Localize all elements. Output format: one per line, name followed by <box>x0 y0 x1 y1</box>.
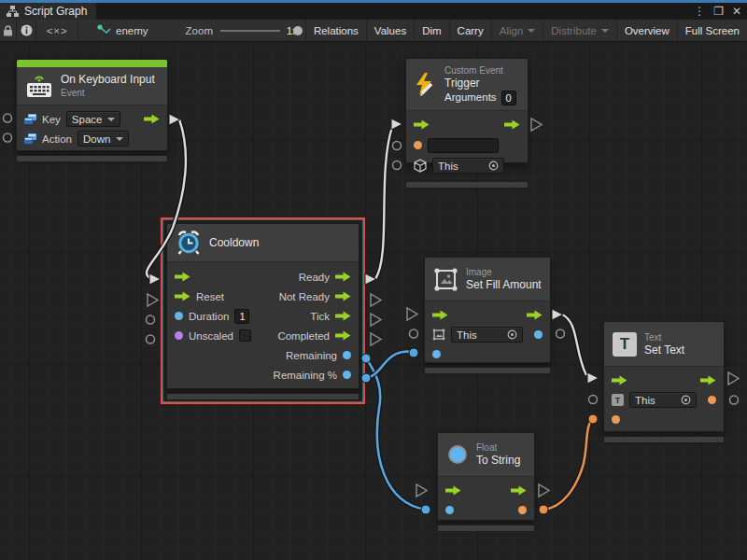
value-port-empty[interactable] <box>557 329 565 338</box>
graph-canvas[interactable]: On Keyboard Input Event Key Space <box>0 42 747 560</box>
arguments-row: Arguments 0 <box>444 91 516 105</box>
value-port-empty[interactable] <box>147 315 155 324</box>
node-title: Set Fill Amount <box>466 278 542 292</box>
value-port-empty[interactable] <box>4 114 12 122</box>
flow-port-empty[interactable] <box>148 294 158 306</box>
fullscreen-button[interactable]: Full Screen <box>677 20 747 41</box>
image-out-port[interactable] <box>534 330 543 339</box>
flow-out-port[interactable] <box>700 375 716 385</box>
flow-port-empty[interactable] <box>407 308 417 320</box>
flow-out-port[interactable] <box>335 311 351 321</box>
target-dropdown[interactable]: This <box>432 158 504 174</box>
flow-in-port[interactable] <box>175 291 190 301</box>
float-port[interactable] <box>445 506 454 514</box>
lock-button[interactable] <box>0 20 17 41</box>
flow-in-port[interactable] <box>175 272 190 282</box>
value-port-empty[interactable] <box>410 329 418 338</box>
object-picker-icon <box>488 161 499 171</box>
wire-endpoint[interactable] <box>421 505 430 514</box>
dim-button[interactable]: Dim <box>414 20 448 41</box>
value-port-empty[interactable] <box>393 142 402 150</box>
flow-port-empty[interactable] <box>371 333 381 345</box>
code-preview-toggle[interactable]: <×> <box>36 20 78 41</box>
string-port[interactable] <box>414 141 422 149</box>
duration-field[interactable]: 1 <box>234 309 249 324</box>
node-trigger-custom-event[interactable]: Custom Event Trigger Arguments 0 <box>405 58 529 163</box>
maximize-icon[interactable]: ❐ <box>713 5 724 18</box>
flow-in-port[interactable] <box>414 119 430 130</box>
text-out-port[interactable] <box>708 396 716 404</box>
tab-title: Script Graph <box>24 5 87 18</box>
node-body: This <box>425 301 550 364</box>
float-port[interactable] <box>343 371 351 379</box>
flow-dest-arrow[interactable] <box>587 372 599 384</box>
action-dropdown[interactable]: Down <box>78 131 129 147</box>
row-unscaled-completed: Unscaled Completed <box>167 326 359 345</box>
distribute-button[interactable]: Distribute <box>543 20 616 41</box>
key-dropdown[interactable]: Space <box>66 111 121 127</box>
carry-button[interactable]: Carry <box>449 20 491 41</box>
node-set-text[interactable]: T Text Set Text T This <box>603 321 725 432</box>
flow-out-port[interactable] <box>504 119 520 130</box>
values-button[interactable]: Values <box>366 20 414 41</box>
string-port[interactable] <box>612 415 620 424</box>
flow-source-arrow[interactable] <box>169 114 180 125</box>
node-on-keyboard-input[interactable]: On Keyboard Input Event Key Space <box>16 59 168 151</box>
unscaled-checkbox[interactable] <box>239 329 251 342</box>
zoom-slider[interactable] <box>220 25 280 36</box>
wire-endpoint[interactable] <box>409 348 418 357</box>
flow-out-port[interactable] <box>335 272 351 282</box>
flow-out-port[interactable] <box>335 291 351 301</box>
flow-port-empty[interactable] <box>539 484 549 497</box>
flow-port-empty[interactable] <box>416 484 427 497</box>
tab-script-graph[interactable]: Script Graph <box>0 3 96 20</box>
align-button[interactable]: Align <box>491 20 543 41</box>
wire-ready-to-trigger <box>375 127 392 279</box>
graph-reference[interactable]: enemy <box>97 24 148 36</box>
node-body: This <box>406 111 528 175</box>
bool-port[interactable] <box>175 331 183 340</box>
port-row-value <box>438 500 534 520</box>
close-icon[interactable]: ✕ <box>732 5 741 18</box>
flow-source-arrow[interactable] <box>365 273 376 285</box>
relations-button[interactable]: Relations <box>305 20 366 41</box>
window-menu-icon[interactable]: ⋮ <box>694 5 705 18</box>
flow-port-empty[interactable] <box>728 372 739 385</box>
overview-button[interactable]: Overview <box>616 20 677 41</box>
wire-endpoint[interactable] <box>539 505 548 514</box>
value-port-empty[interactable] <box>589 396 598 404</box>
flow-source-arrow[interactable] <box>552 309 563 320</box>
event-name-field[interactable] <box>428 138 499 153</box>
node-cooldown[interactable]: Cooldown Ready Reset Not Ready <box>166 223 359 389</box>
value-port-empty[interactable] <box>147 335 155 343</box>
wire-endpoint[interactable] <box>588 414 598 424</box>
float-port[interactable] <box>343 351 351 359</box>
flow-out-port[interactable] <box>511 485 527 496</box>
flow-out-port[interactable] <box>144 114 160 124</box>
string-out-port[interactable] <box>518 506 527 514</box>
target-dropdown[interactable]: This <box>451 327 523 343</box>
flow-port-empty[interactable] <box>371 314 381 326</box>
flow-dest-arrow[interactable] <box>149 273 161 285</box>
flow-in-port[interactable] <box>445 485 461 496</box>
value-port-empty[interactable] <box>4 133 12 142</box>
float-port[interactable] <box>175 312 183 320</box>
node-to-string[interactable]: Float To String <box>437 432 535 521</box>
flow-port-empty[interactable] <box>371 294 381 306</box>
value-port-empty[interactable] <box>393 161 402 170</box>
flow-in-port[interactable] <box>612 375 627 385</box>
node-set-fill-amount[interactable]: Image Set Fill Amount <box>424 257 551 363</box>
target-dropdown[interactable]: This <box>629 392 697 408</box>
flow-dest-arrow[interactable] <box>391 119 402 130</box>
arguments-field[interactable]: 0 <box>501 91 516 105</box>
float-port[interactable] <box>432 350 441 358</box>
zoom-slider-handle[interactable] <box>293 26 303 35</box>
flow-out-port[interactable] <box>335 330 351 341</box>
graph-toolbar: <×> enemy Zoom 1x Relations Values Dim C… <box>0 20 747 42</box>
event-color-bar <box>17 60 167 67</box>
info-button[interactable] <box>17 20 36 41</box>
flow-port-empty[interactable] <box>531 119 542 131</box>
value-port-empty[interactable] <box>730 396 739 404</box>
flow-out-port[interactable] <box>527 310 543 320</box>
flow-in-port[interactable] <box>432 310 448 320</box>
